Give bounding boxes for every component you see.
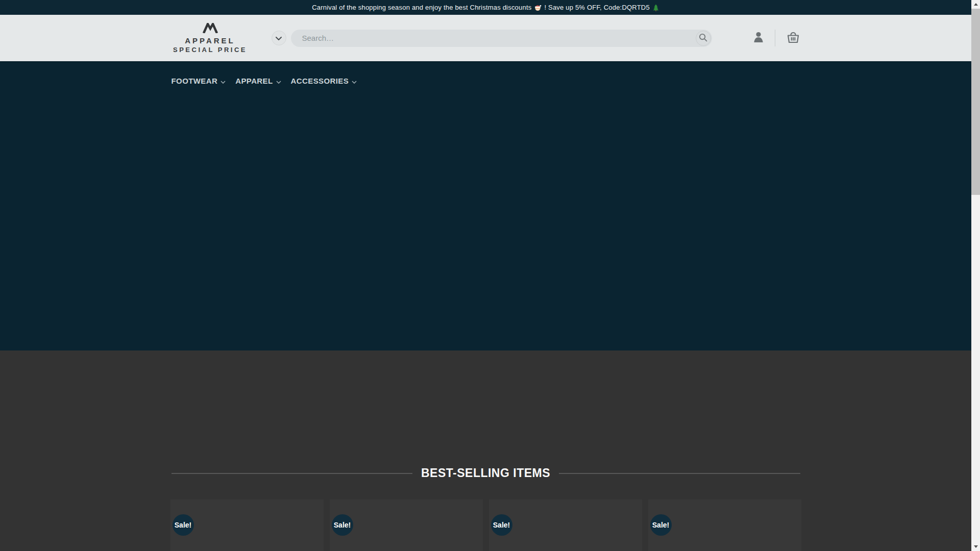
cart-button[interactable]: [786, 31, 800, 46]
logo-subtitle: SPECIAL PRICE: [173, 46, 247, 54]
section-title: BEST-SELLING ITEMS: [421, 466, 550, 480]
sale-badge: Sale!: [173, 514, 194, 536]
product-card[interactable]: Sale!: [330, 499, 483, 551]
search-icon: [698, 33, 708, 44]
nav-item-footwear[interactable]: FOOTWEAR: [172, 74, 226, 87]
heading-rule-right: [559, 473, 800, 474]
chevron-down-icon: [276, 77, 281, 85]
nav-item-label: FOOTWEAR: [172, 77, 218, 85]
section-heading: BEST-SELLING ITEMS: [172, 466, 800, 480]
sale-badge: Sale!: [332, 514, 353, 536]
chevron-down-icon: [352, 77, 357, 85]
scroll-down-button[interactable]: [971, 542, 980, 551]
santa-emoji-icon: [534, 4, 542, 11]
search-input[interactable]: [291, 30, 712, 47]
sale-badge: Sale!: [491, 514, 512, 536]
promo-text-before: Carnival of the shopping season and enjo…: [312, 4, 531, 11]
scrollbar-thumb[interactable]: [971, 9, 980, 195]
account-button[interactable]: [753, 31, 764, 46]
product-card[interactable]: Sale!: [170, 499, 324, 551]
hero-banner: FOOTWEAR APPAREL ACCESSORIES: [0, 61, 971, 350]
logo-title: APPAREL: [185, 36, 235, 45]
product-card[interactable]: Sale!: [648, 499, 801, 551]
user-icon: [753, 31, 764, 46]
heading-rule-left: [172, 473, 412, 474]
nav-item-label: APPAREL: [235, 77, 273, 85]
christmas-tree-emoji-icon: [652, 4, 659, 11]
scroll-up-arrow-icon: [974, 3, 978, 6]
search-submit-button[interactable]: [696, 31, 711, 46]
promo-text-after: ! Save up 5% OFF, Code:DQRTD5: [544, 4, 649, 11]
logo-mountain-icon: [202, 23, 218, 35]
search-form: [291, 30, 712, 47]
chevron-down-icon: [220, 77, 226, 85]
promo-banner: Carnival of the shopping season and enjo…: [0, 0, 971, 15]
vertical-scrollbar[interactable]: [971, 0, 980, 551]
nav-item-accessories[interactable]: ACCESSORIES: [291, 74, 357, 87]
scroll-up-button[interactable]: [971, 0, 980, 9]
nav-item-apparel[interactable]: APPAREL: [235, 74, 281, 87]
sale-badge: Sale!: [650, 514, 672, 536]
page: Carnival of the shopping season and enjo…: [0, 0, 971, 551]
site-header: APPAREL SPECIAL PRICE: [0, 15, 971, 61]
product-card[interactable]: Sale!: [489, 499, 642, 551]
product-grid: Sale! Sale! Sale! Sale!: [170, 499, 801, 551]
header-divider: [775, 30, 775, 46]
main-nav: FOOTWEAR APPAREL ACCESSORIES: [172, 61, 800, 87]
cart-basket-icon: [786, 31, 800, 46]
scroll-down-arrow-icon: [974, 545, 978, 548]
chevron-down-icon: [276, 34, 282, 42]
best-selling-section: BEST-SELLING ITEMS Sale! Sale! Sale! Sal…: [0, 350, 971, 551]
site-logo[interactable]: APPAREL SPECIAL PRICE: [172, 23, 249, 54]
category-dropdown-button[interactable]: [272, 31, 286, 45]
nav-item-label: ACCESSORIES: [291, 77, 349, 85]
